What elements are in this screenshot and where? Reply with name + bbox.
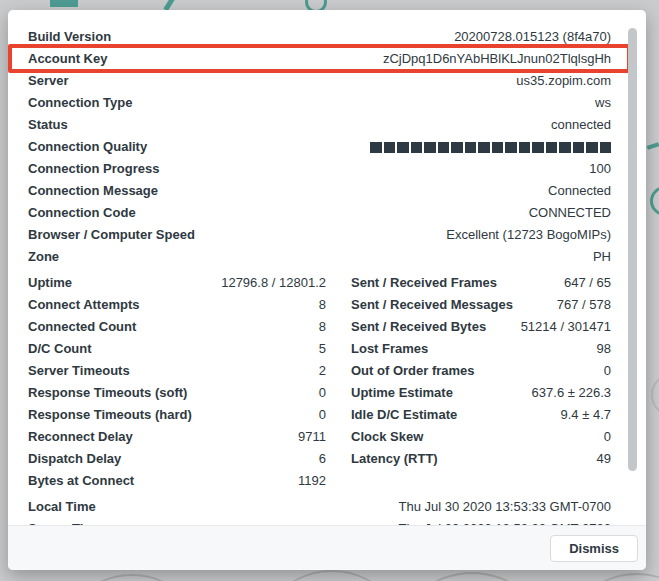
quality-segment [600,142,612,153]
row-label: Local Time [28,496,96,518]
stat-left: Server Timeouts2 [28,360,326,382]
row-value: 20200728.015123 (8f4a70) [111,26,611,48]
row-label: Sent / Received Messages [351,294,513,316]
row-value: Connected [158,180,611,202]
background-circle-outline [390,572,554,581]
dismiss-button[interactable]: Dismiss [550,535,638,562]
stat-left: Dispatch Delay6 [28,448,326,470]
modal-footer: Dismiss [8,525,646,570]
background-teal-dash [647,142,659,150]
row-value: ws [132,92,611,114]
row-label: Uptime [28,272,72,294]
row-value: 12796.8 / 12801.2 [72,272,326,294]
row-value: 100 [159,158,611,180]
background-teal-ring-right [650,186,659,216]
row-label: Out of Order frames [351,360,475,382]
row-label: Clock Skew [351,426,423,448]
info-row: Browser / Computer SpeedExcellent (12723… [28,224,611,246]
info-row: Build Version20200728.015123 (8f4a70) [28,26,611,48]
quality-segment [411,142,423,153]
stat-row: Uptime12796.8 / 12801.2Sent / Received F… [28,272,611,294]
stat-left: Connect Attempts8 [28,294,326,316]
row-label: Browser / Computer Speed [28,224,195,246]
row-value: 49 [438,448,611,470]
quality-segment [397,142,409,153]
stat-right: Uptime Estimate637.6 ± 226.3 [351,382,611,404]
row-label: Response Timeouts (hard) [28,404,192,426]
row-value: 8 [136,316,326,338]
row-value: 637.6 ± 226.3 [453,382,611,404]
connection-quality-bar [147,142,611,153]
row-value: Excellent (12723 BogoMIPs) [195,224,611,246]
info-row: Connection Progress100 [28,158,611,180]
background-circle-outline [255,570,409,581]
background-teal-rectangle [50,0,78,7]
row-label: Connect Attempts [28,294,139,316]
row-label: Reconnect Delay [28,426,133,448]
stat-left: Reconnect Delay9711 [28,426,326,448]
stat-right: Clock Skew0 [351,426,611,448]
row-label: Connection Message [28,180,158,202]
stat-right: Out of Order frames0 [351,360,611,382]
row-label: Connection Progress [28,158,159,180]
row-label: Connected Count [28,316,136,338]
info-row: Connection Typews [28,92,611,114]
row-label: Lost Frames [351,338,428,360]
quality-segment [546,142,558,153]
quality-segment [586,142,598,153]
row-value: zCjDpq1D6nYAbHBlKLJnun02TlqlsgHh [107,48,611,70]
stat-right: Lost Frames98 [351,338,611,360]
quality-segment [519,142,531,153]
row-label: Sent / Received Bytes [351,316,486,338]
quality-segment [573,142,585,153]
row-label: Connection Code [28,202,136,224]
row-label: Status [28,114,68,136]
row-label: Idle D/C Estimate [351,404,457,426]
row-value: connected [68,114,611,136]
row-value: 647 / 65 [497,272,611,294]
background-circle-outline [560,573,659,581]
info-row: Serverus35.zopim.com [28,70,611,92]
connection-diagnostics-modal: Build Version20200728.015123 (8f4a70)Acc… [8,10,646,570]
stat-right: Sent / Received Bytes51214 / 301471 [351,316,611,338]
quality-segment [451,142,463,153]
row-label: Server Time [28,518,102,525]
quality-segment [424,142,436,153]
row-value: 2 [130,360,326,382]
info-row: Connection Quality [28,136,611,158]
row-value: 0 [187,382,326,404]
row-value: 1192 [134,470,326,492]
account-key-row: Account KeyzCjDpq1D6nYAbHBlKLJnun02Tlqls… [28,48,611,70]
stat-right: Latency (RTT)49 [351,448,611,470]
stat-row: D/C Count5Lost Frames98 [28,338,611,360]
time-row: Server TimeThu Jul 30 2020 13:53:33 GMT-… [28,518,611,525]
quality-segment [465,142,477,153]
stat-right: Sent / Received Frames647 / 65 [351,272,611,294]
quality-segment [559,142,571,153]
row-value: 51214 / 301471 [486,316,611,338]
diagnostics-list: Build Version20200728.015123 (8f4a70)Acc… [8,10,646,525]
info-row: Connection MessageConnected [28,180,611,202]
row-value: 0 [423,426,611,448]
row-label: Response Timeouts (soft) [28,382,187,404]
row-value: 9.4 ± 4.7 [457,404,611,426]
info-row: Connection CodeCONNECTED [28,202,611,224]
stat-row: Response Timeouts (soft)0Uptime Estimate… [28,382,611,404]
row-label: Sent / Received Frames [351,272,497,294]
row-label: Build Version [28,26,111,48]
quality-segment [384,142,396,153]
row-value: 6 [121,448,326,470]
time-rows-section: Local TimeThu Jul 30 2020 13:53:33 GMT-0… [28,496,611,525]
row-label: D/C Count [28,338,92,360]
row-value: 0 [475,360,611,382]
stat-right: Idle D/C Estimate9.4 ± 4.7 [351,404,611,426]
row-value: 0 [192,404,326,426]
quality-segment [370,142,382,153]
stat-row: Bytes at Connect1192 [28,470,611,492]
scrollbar-thumb[interactable] [628,28,637,471]
stat-row: Reconnect Delay9711Clock Skew0 [28,426,611,448]
stat-rows-section: Uptime12796.8 / 12801.2Sent / Received F… [28,272,611,492]
background-gray-ring [651,373,659,417]
time-row: Local TimeThu Jul 30 2020 13:53:33 GMT-0… [28,496,611,518]
stat-row: Response Timeouts (hard)0Idle D/C Estima… [28,404,611,426]
